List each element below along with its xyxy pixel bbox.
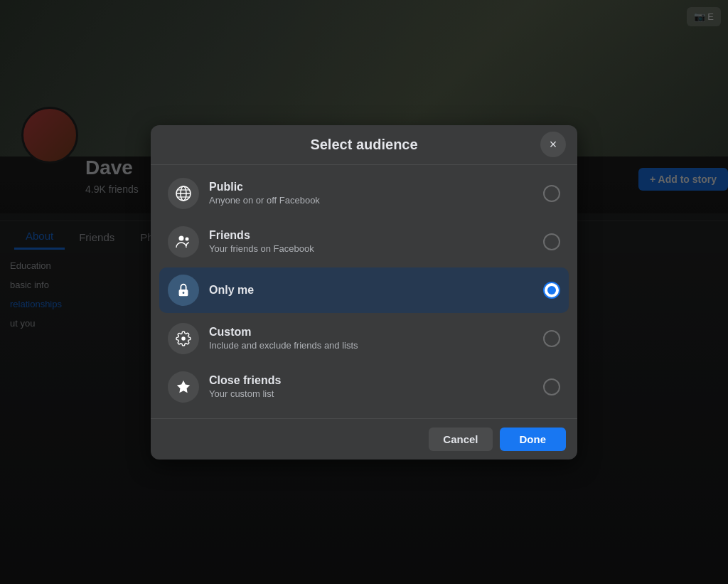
friends-title: Friends xyxy=(209,229,533,242)
modal-overlay: Select audience × Public Anyo xyxy=(0,0,728,584)
only-me-option-text: Only me xyxy=(209,284,533,297)
close-friends-radio[interactable] xyxy=(543,378,560,395)
modal-title: Select audience xyxy=(310,137,417,153)
custom-option-text: Custom Include and exclude friends and l… xyxy=(209,326,533,351)
close-friends-subtitle: Your custom list xyxy=(209,388,533,399)
public-radio[interactable] xyxy=(543,185,560,202)
public-title: Public xyxy=(209,181,533,193)
svg-point-6 xyxy=(186,237,189,240)
gear-icon xyxy=(168,323,199,354)
option-public[interactable]: Public Anyone on or off Facebook xyxy=(159,171,569,216)
radio-inner xyxy=(547,286,556,294)
globe-icon xyxy=(168,178,199,209)
custom-title: Custom xyxy=(209,326,533,339)
friends-option-text: Friends Your friends on Facebook xyxy=(209,229,533,254)
custom-radio[interactable] xyxy=(543,330,560,347)
public-subtitle: Anyone on or off Facebook xyxy=(209,195,533,206)
cancel-button[interactable]: Cancel xyxy=(429,428,492,451)
star-icon xyxy=(168,371,199,403)
modal-header: Select audience × xyxy=(151,125,577,165)
close-button[interactable]: × xyxy=(540,132,566,157)
done-button[interactable]: Done xyxy=(500,428,567,451)
friends-icon xyxy=(168,226,199,258)
close-friends-option-text: Close friends Your custom list xyxy=(209,374,533,399)
option-close-friends[interactable]: Close friends Your custom list xyxy=(159,364,569,410)
audience-options-list: Public Anyone on or off Facebook Friend xyxy=(151,165,577,418)
modal-footer: Cancel Done xyxy=(151,418,577,460)
friends-subtitle: Your friends on Facebook xyxy=(209,243,533,254)
option-custom[interactable]: Custom Include and exclude friends and l… xyxy=(159,316,569,361)
svg-point-5 xyxy=(179,235,184,240)
select-audience-modal: Select audience × Public Anyo xyxy=(151,125,577,460)
svg-point-8 xyxy=(183,292,185,294)
friends-radio[interactable] xyxy=(543,233,560,250)
lock-icon xyxy=(168,275,199,306)
custom-subtitle: Include and exclude friends and lists xyxy=(209,340,533,351)
option-friends[interactable]: Friends Your friends on Facebook xyxy=(159,219,569,265)
only-me-title: Only me xyxy=(209,284,533,297)
public-option-text: Public Anyone on or off Facebook xyxy=(209,181,533,206)
option-only-me[interactable]: Only me xyxy=(159,267,569,313)
only-me-radio[interactable] xyxy=(543,282,560,299)
close-friends-title: Close friends xyxy=(209,374,533,387)
svg-marker-9 xyxy=(177,380,190,392)
